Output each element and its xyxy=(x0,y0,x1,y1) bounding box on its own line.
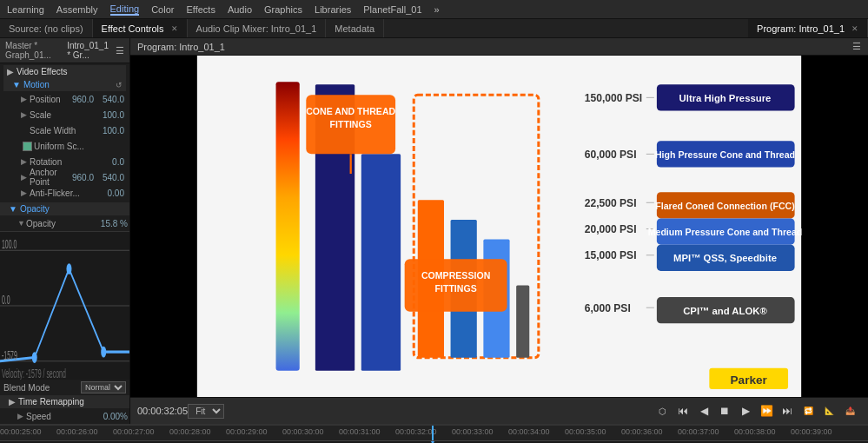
program-menu-icon[interactable]: ☰ xyxy=(852,41,861,52)
ruler-mark-9: 00:00:34:00 xyxy=(508,427,550,436)
ruler-mark-2: 00:00:27:00 xyxy=(113,427,155,436)
close-effect-controls[interactable]: ✕ xyxy=(171,24,178,33)
scale-width-row: Scale Width 100.0 xyxy=(3,122,126,138)
ap-y[interactable]: 540.0 xyxy=(94,173,124,182)
af-val[interactable]: 0.00 xyxy=(94,188,124,198)
program-title: Program: Intro_01_1 xyxy=(137,42,225,52)
svg-text:0.0: 0.0 xyxy=(2,292,10,307)
program-monitor-panel: Program: Intro_01_1 ☰ xyxy=(130,38,868,424)
step-fwd-btn[interactable]: ⏭ xyxy=(779,403,795,419)
svg-point-4 xyxy=(66,263,71,274)
scale-val[interactable]: 100.0 xyxy=(94,110,124,120)
ruler-mark-5: 00:00:30:00 xyxy=(282,427,324,436)
nav-editing[interactable]: Editing xyxy=(110,3,140,16)
ve-label: Video Effects xyxy=(17,67,68,76)
program-monitor-header: Program: Intro_01_1 ☰ xyxy=(130,38,868,56)
play-fwd-btn[interactable]: ⏩ xyxy=(759,403,774,419)
close-program[interactable]: ✕ xyxy=(851,24,858,33)
tr-arrow: ▶ xyxy=(9,397,16,407)
position-y[interactable]: 540.0 xyxy=(94,95,124,104)
svg-text:100.0: 100.0 xyxy=(2,236,17,251)
opa-val[interactable]: 15.8 % xyxy=(97,219,128,228)
header-menu-icon[interactable]: ☰ xyxy=(116,45,124,56)
position-arrow: ▶ xyxy=(21,95,30,103)
position-x[interactable]: 960.0 xyxy=(63,95,94,104)
video-preview-area: CONE AND THREAD FITTINGS COMPRESSION FIT… xyxy=(130,56,868,397)
effect-controls-panel: Master * Graph_01... Intro_01_1 * Gr... … xyxy=(0,38,130,424)
tab-audio-clip-mixer[interactable]: Audio Clip Mixer: Intro_01_1 xyxy=(188,19,327,37)
sw-label: Scale Width xyxy=(30,126,94,136)
svg-text:CONE AND THREAD: CONE AND THREAD xyxy=(306,106,395,116)
tab-bar: Source: (no clips) Effect Controls ✕ Aud… xyxy=(0,19,868,38)
scale-arrow: ▶ xyxy=(21,110,30,119)
ruler-mark-12: 00:00:37:00 xyxy=(678,427,719,436)
svg-text:60,000 PSI: 60,000 PSI xyxy=(585,149,637,161)
svg-rect-11 xyxy=(276,82,300,371)
video-effects-header[interactable]: ▶ Video Effects xyxy=(3,65,126,78)
scale-label: Scale xyxy=(30,110,94,120)
opa-label: Opacity xyxy=(26,219,97,228)
timeline-area: 00:00:25:00 00:00:26:00 00:00:27:00 00:0… xyxy=(0,424,868,443)
nav-assembly[interactable]: Assembly xyxy=(56,4,98,15)
svg-text:Ultra High Pressure: Ultra High Pressure xyxy=(679,93,772,103)
rot-val[interactable]: 0.0 xyxy=(94,157,124,167)
nav-planetfall[interactable]: PlanetFall_01 xyxy=(363,4,421,15)
ruler-mark-10: 00:00:35:00 xyxy=(565,427,606,436)
nav-learning[interactable]: Learning xyxy=(7,4,44,15)
loop-btn[interactable]: 🔁 xyxy=(800,403,816,419)
speed-val[interactable]: 0.00% xyxy=(97,412,128,421)
ve-arrow: ▶ xyxy=(7,67,14,76)
nav-graphics[interactable]: Graphics xyxy=(264,4,302,15)
motion-section-header[interactable]: ▼ Motion ↺ xyxy=(3,78,126,91)
opacity-label: Opacity xyxy=(20,204,50,214)
speed-label: Speed xyxy=(26,412,97,421)
nav-effects[interactable]: Effects xyxy=(186,4,215,15)
ap-label: Anchor Point xyxy=(30,168,63,187)
tab-metadata[interactable]: Metadata xyxy=(326,19,384,37)
nav-libraries[interactable]: Libraries xyxy=(315,4,351,15)
blend-mode-label: Blend Mode xyxy=(3,383,77,393)
svg-text:22,500 PSI: 22,500 PSI xyxy=(585,197,637,209)
opa-arrow: ▼ xyxy=(17,219,26,228)
play-back-btn[interactable]: ◀ xyxy=(696,403,712,419)
ap-x[interactable]: 960.0 xyxy=(63,173,94,182)
nav-more[interactable]: » xyxy=(434,4,440,15)
mark-in-btn[interactable]: ⬡ xyxy=(654,403,670,419)
uniform-scale-row: Uniform Sc... xyxy=(3,138,126,154)
ruler-mark-13: 00:00:38:00 xyxy=(734,427,776,436)
step-back-btn[interactable]: ⏮ xyxy=(675,403,691,419)
stop-btn[interactable]: ⏹ xyxy=(717,403,732,419)
export-btn[interactable]: 📤 xyxy=(842,403,858,419)
ruler-playhead xyxy=(432,426,434,440)
fit-select[interactable]: Fit xyxy=(188,404,224,419)
nav-audio[interactable]: Audio xyxy=(228,4,252,15)
rotation-row: ▶ Rotation 0.0 xyxy=(3,154,126,169)
svg-text:Medium Pressure Cone and Threa: Medium Pressure Cone and Thread xyxy=(648,227,803,237)
ruler-mark-0: 00:00:25:00 xyxy=(0,427,42,436)
opacity-arrow: ▼ xyxy=(9,204,17,214)
main-area: Master * Graph_01... Intro_01_1 * Gr... … xyxy=(0,38,868,424)
svg-text:20,000 PSI: 20,000 PSI xyxy=(585,223,637,235)
uniform-scale-label: Uniform Sc... xyxy=(34,142,124,151)
speed-row: ▶ Speed 0.00% xyxy=(0,408,129,424)
video-effects-section: ▶ Video Effects ▼ Motion ↺ ▶ Position 96… xyxy=(0,63,129,202)
time-remapping-header[interactable]: ▶ Time Remapping xyxy=(0,395,129,408)
svg-text:MPI™ QSS, Speedbite: MPI™ QSS, Speedbite xyxy=(673,253,777,263)
opacity-section-header[interactable]: ▼ Opacity xyxy=(0,202,129,215)
uniform-scale-checkbox[interactable] xyxy=(23,142,32,151)
tab-effect-controls[interactable]: Effect Controls ✕ xyxy=(93,19,188,37)
play-btn[interactable]: ▶ xyxy=(738,403,753,419)
opacity-graph-area: 100.0 0.0 -1579 Velocity: -1579 / second xyxy=(0,231,129,380)
sw-val[interactable]: 100.0 xyxy=(94,126,124,136)
ruler-mark-14: 00:00:39:00 xyxy=(791,427,832,436)
svg-text:COMPRESSION: COMPRESSION xyxy=(421,270,490,281)
tab-program[interactable]: Program: Intro_01_1 ✕ xyxy=(748,19,868,37)
ruler-mark-11: 00:00:36:00 xyxy=(621,427,663,436)
blend-mode-select[interactable]: Normal xyxy=(81,381,126,393)
motion-reset[interactable]: ↺ xyxy=(116,81,123,89)
safe-margins-btn[interactable]: 📐 xyxy=(821,403,837,419)
nav-color[interactable]: Color xyxy=(151,4,174,15)
ruler-mark-7: 00:00:32:00 xyxy=(395,427,437,436)
tab-source[interactable]: Source: (no clips) xyxy=(0,19,93,37)
timecode-bar: 00:00:32:05 Fit ⬡ ⏮ ◀ ⏹ ▶ ⏩ ⏭ 🔁 📐 📤 xyxy=(130,397,868,424)
